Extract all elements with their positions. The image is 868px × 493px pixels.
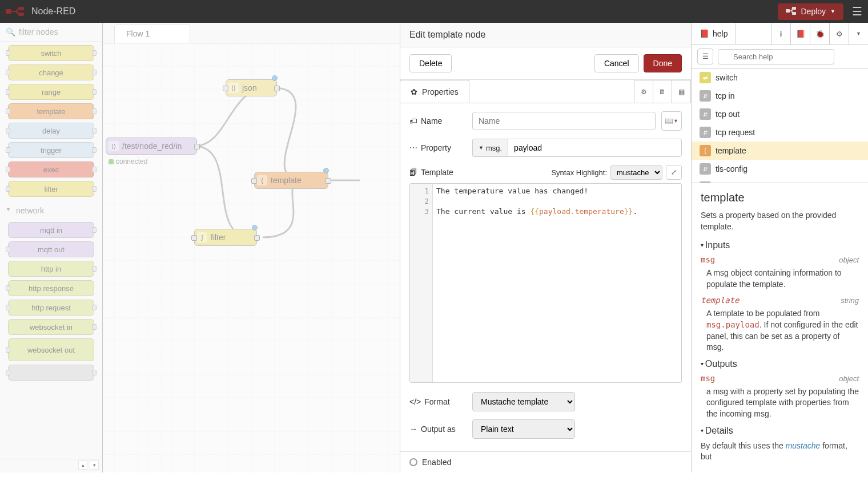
- svg-rect-3: [786, 9, 790, 13]
- palette-node-websocket-out[interactable]: websocket out: [8, 338, 94, 361]
- arrow-right-icon: →: [409, 425, 417, 434]
- palette-collapse-button[interactable]: ▴: [78, 460, 87, 470]
- filter-icon: ∫: [197, 232, 207, 243]
- expand-editor-button[interactable]: ⤢: [666, 165, 682, 180]
- editor-description-button[interactable]: 🗎: [653, 80, 672, 103]
- mqtt-status: connected: [108, 157, 147, 165]
- node-editor-panel: Edit template node Delete Cancel Done ✿ …: [400, 23, 691, 472]
- palette-node-template[interactable]: template: [8, 103, 94, 119]
- node-type-icon: ⇵: [700, 90, 711, 102]
- cancel-button[interactable]: Cancel: [594, 54, 639, 72]
- property-input[interactable]: [508, 139, 682, 157]
- node-type-icon: ⇄: [700, 72, 711, 83]
- help-topic-list[interactable]: ⇄switch⇵tcp in⇵tcp out⇵tcp request{templ…: [692, 68, 868, 183]
- app-title: Node-RED: [31, 6, 75, 17]
- help-list-item[interactable]: ⇵tls-config: [692, 160, 868, 178]
- help-list-item[interactable]: ⇵tcp out: [692, 105, 868, 123]
- gear-icon: ✿: [411, 87, 417, 96]
- app-header: Node-RED Deploy ▼ ☰: [0, 0, 868, 23]
- help-content: template Sets a property based on the pr…: [692, 183, 868, 472]
- palette-node-switch[interactable]: switch: [8, 45, 94, 61]
- palette-node-range[interactable]: range: [8, 84, 94, 100]
- property-type-selector[interactable]: ▼msg.: [472, 139, 508, 157]
- palette-node-more[interactable]: [8, 365, 94, 381]
- help-sidebar: 📕 help i 📕 🐞 ⚙ ▼ ☰ ⇄switch⇵tcp in⇵tcp ou…: [691, 23, 868, 472]
- deploy-button[interactable]: Deploy ▼: [778, 3, 843, 20]
- enabled-toggle[interactable]: [409, 458, 417, 466]
- code-body[interactable]: The temperature value has changed! The c…: [433, 184, 681, 382]
- line-gutter: 123: [410, 184, 433, 382]
- chevron-down-icon: ▼: [830, 9, 835, 14]
- template-code-editor[interactable]: 123 The temperature value has changed! T…: [409, 183, 682, 383]
- mustache-link[interactable]: mustache: [786, 441, 821, 450]
- flow-node-json[interactable]: {} json: [226, 79, 277, 96]
- config-tab-button[interactable]: ⚙: [829, 23, 849, 45]
- palette-filter[interactable]: 🔍: [0, 23, 102, 42]
- delete-button[interactable]: Delete: [409, 54, 452, 72]
- palette-node-websocket-in[interactable]: websocket in: [8, 319, 94, 335]
- status-dot-icon: [108, 159, 114, 164]
- node-type-icon: ⇵: [700, 108, 711, 120]
- ellipsis-icon: ⋯: [409, 143, 417, 152]
- palette-sidebar: 🔍 switch change range template delay tri…: [0, 23, 103, 472]
- help-tab[interactable]: 📕 help: [692, 23, 736, 44]
- help-list-item[interactable]: ⇵tcp in: [692, 87, 868, 105]
- palette-node-http-response[interactable]: http response: [8, 280, 94, 296]
- help-list-item[interactable]: {template: [692, 142, 868, 160]
- template-icon: 🗐: [409, 168, 417, 177]
- palette-node-change[interactable]: change: [8, 64, 94, 80]
- svg-rect-4: [792, 7, 796, 10]
- properties-tab[interactable]: ✿ Properties: [400, 80, 469, 103]
- search-icon: 🔍: [6, 27, 15, 37]
- info-tab-button[interactable]: i: [771, 23, 790, 45]
- editor-settings-button[interactable]: ⚙: [634, 80, 653, 103]
- palette-node-mqtt-in[interactable]: mqtt in: [8, 222, 94, 238]
- help-tab-button[interactable]: 📕: [790, 23, 810, 45]
- palette-node-delay[interactable]: delay: [8, 123, 94, 139]
- syntax-select[interactable]: mustache: [610, 165, 662, 180]
- svg-rect-2: [18, 13, 24, 16]
- node-type-icon: ⇵: [700, 163, 711, 175]
- editor-title: Edit template node: [400, 23, 691, 47]
- format-select[interactable]: Mustache template: [472, 392, 575, 411]
- svg-rect-0: [6, 9, 11, 14]
- debug-tab-button[interactable]: 🐞: [810, 23, 829, 45]
- node-red-logo-icon: [6, 6, 29, 17]
- palette-node-http-request[interactable]: http request: [8, 300, 94, 316]
- deploy-icon: [786, 7, 796, 17]
- node-type-icon: ⇵: [700, 127, 711, 138]
- flow-tab[interactable]: Flow 1: [114, 24, 190, 43]
- palette-node-mqtt-out[interactable]: mqtt out: [8, 241, 94, 257]
- help-title: template: [701, 191, 859, 204]
- done-button[interactable]: Done: [644, 54, 682, 72]
- palette-expand-button[interactable]: ▾: [90, 460, 99, 470]
- svg-rect-5: [792, 12, 796, 15]
- svg-rect-1: [18, 7, 24, 10]
- flow-canvas-area: Flow 1 )) /test/node_red/in connected {}: [103, 23, 400, 472]
- output-select[interactable]: Plain text: [472, 419, 575, 439]
- editor-appearance-button[interactable]: ▦: [672, 80, 691, 103]
- name-input[interactable]: [472, 112, 656, 130]
- flow-node-filter[interactable]: ∫ filter: [194, 229, 257, 246]
- palette-node-filter[interactable]: filter: [8, 181, 94, 197]
- palette-node-trigger[interactable]: trigger: [8, 142, 94, 158]
- tag-icon: 🏷: [409, 116, 417, 126]
- toc-button[interactable]: ☰: [697, 49, 713, 64]
- hamburger-menu-button[interactable]: ☰: [852, 5, 862, 18]
- template-icon: {: [257, 175, 267, 185]
- json-icon: {}: [228, 83, 239, 93]
- palette-node-exec[interactable]: exec: [8, 161, 94, 177]
- flow-node-mqtt-in[interactable]: )) /test/node_red/in: [106, 138, 197, 155]
- help-search-input[interactable]: [718, 49, 834, 64]
- palette-category-network[interactable]: network: [0, 200, 102, 219]
- help-list-item[interactable]: ⇵trigger: [692, 178, 868, 183]
- flow-node-template[interactable]: { template: [254, 172, 328, 189]
- name-icon-picker[interactable]: 📖 ▼: [661, 111, 682, 131]
- help-list-item[interactable]: ⇵tcp request: [692, 123, 868, 142]
- book-icon: 📕: [700, 29, 709, 38]
- help-list-item[interactable]: ⇄switch: [692, 68, 868, 87]
- palette-node-http-in[interactable]: http in: [8, 261, 94, 277]
- code-icon: </>: [409, 397, 421, 406]
- sidebar-menu-button[interactable]: ▼: [849, 23, 868, 45]
- flow-canvas[interactable]: )) /test/node_red/in connected {} json {…: [103, 43, 400, 472]
